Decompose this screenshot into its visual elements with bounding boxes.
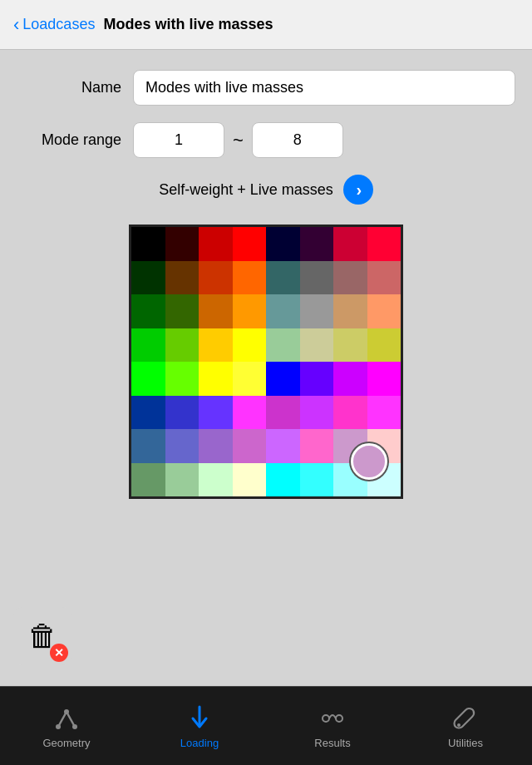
- svg-point-6: [323, 715, 329, 722]
- name-input[interactable]: [133, 70, 515, 106]
- name-row: Name: [17, 70, 515, 106]
- page-title: Modes with live masses: [103, 16, 273, 33]
- color-grid[interactable]: [131, 227, 401, 496]
- selfweight-navigate-button[interactable]: ›: [343, 175, 373, 205]
- tab-results[interactable]: Results: [266, 687, 399, 765]
- mode-range-row: Mode range ~: [17, 122, 515, 158]
- tab-utilities[interactable]: Utilities: [399, 687, 532, 765]
- mode-range-label: Mode range: [17, 131, 133, 149]
- main-content: Name Mode range ~ Self-weight + Live mas…: [0, 50, 532, 536]
- tab-geometry[interactable]: Geometry: [0, 687, 133, 765]
- svg-point-4: [72, 724, 77, 729]
- loading-icon: [185, 703, 214, 733]
- tab-loading[interactable]: Loading: [133, 687, 266, 765]
- name-label: Name: [17, 79, 133, 96]
- svg-line-0: [58, 712, 66, 727]
- selfweight-text: Self-weight + Live masses: [159, 181, 333, 199]
- delete-badge: ✕: [50, 644, 68, 662]
- svg-point-2: [56, 724, 61, 729]
- geometry-tab-label: Geometry: [42, 737, 90, 749]
- results-tab-label: Results: [314, 737, 350, 749]
- color-picker[interactable]: [129, 225, 403, 499]
- svg-point-7: [336, 715, 342, 722]
- mode-from-input[interactable]: [133, 122, 224, 158]
- results-icon: [318, 703, 347, 733]
- back-label: Loadcases: [22, 16, 95, 33]
- delete-button[interactable]: 🗑 ✕: [13, 607, 71, 665]
- geometry-icon: [52, 703, 81, 733]
- tilde-separator: ~: [233, 130, 244, 151]
- header: ‹ Loadcases Modes with live masses: [0, 0, 532, 50]
- utilities-tab-label: Utilities: [448, 737, 483, 749]
- tab-bar: Geometry Loading Results Utilities: [0, 686, 532, 765]
- svg-point-3: [64, 709, 69, 714]
- back-chevron-icon: ‹: [13, 14, 19, 36]
- back-button[interactable]: ‹ Loadcases: [13, 14, 95, 36]
- utilities-icon: [451, 703, 480, 733]
- svg-point-8: [457, 723, 461, 727]
- mode-to-input[interactable]: [252, 122, 343, 158]
- chevron-right-icon: ›: [356, 181, 362, 198]
- selfweight-row: Self-weight + Live masses ›: [17, 175, 515, 205]
- color-picker-container: [17, 225, 515, 499]
- loading-tab-label: Loading: [180, 737, 219, 749]
- delete-button-container: 🗑 ✕: [13, 607, 71, 665]
- svg-line-1: [66, 712, 75, 727]
